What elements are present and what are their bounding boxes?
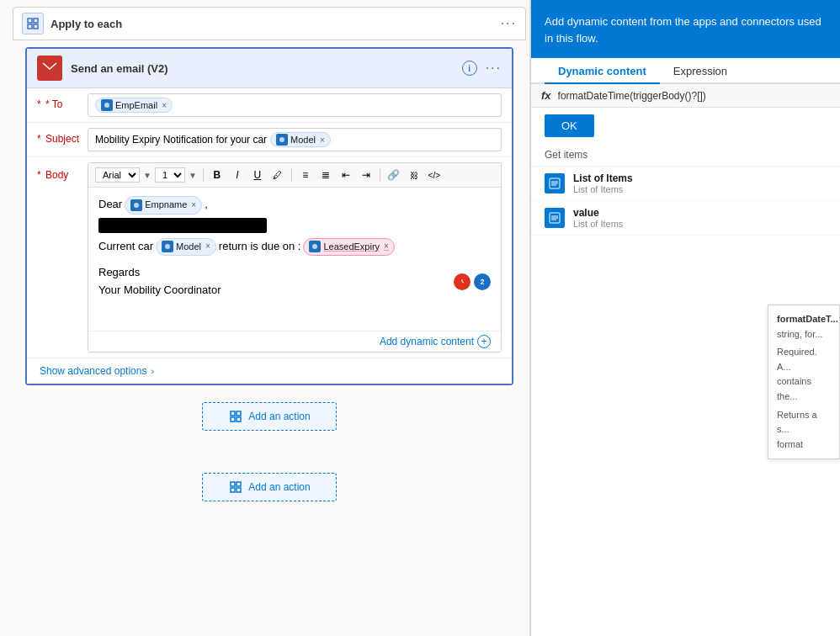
add-action-label-1: Add an action <box>248 411 310 422</box>
list-of-items-info: List of Items List of Items <box>573 172 827 194</box>
list-icon-2 <box>545 208 565 228</box>
leased-expiry-token: LeasedExpiry × <box>303 238 395 257</box>
car-model-token: Model × <box>156 238 216 257</box>
font-select[interactable]: Arial <box>95 167 140 183</box>
black-bar <box>98 218 267 233</box>
svg-point-6 <box>279 137 284 142</box>
desc-line-3: contains the... <box>777 374 831 404</box>
email-card-icons: i ··· <box>462 61 502 76</box>
indent-btn[interactable]: ⇥ <box>357 167 375 183</box>
svg-rect-13 <box>231 417 235 421</box>
apply-each-header: Apply to each ··· <box>13 7 526 40</box>
bullet-list-btn[interactable]: ≡ <box>296 167 315 183</box>
svg-rect-1 <box>34 19 38 23</box>
dear-text: Dear <box>98 196 122 214</box>
svg-rect-17 <box>231 488 235 492</box>
highlight-btn[interactable]: 🖊 <box>268 167 287 183</box>
car-model-remove[interactable]: × <box>205 240 210 253</box>
editor-area[interactable]: Dear Empname × , <box>88 188 501 331</box>
desc-line-5: format <box>777 437 831 453</box>
svg-rect-12 <box>237 411 241 416</box>
toolbar-divider-1 <box>203 168 204 182</box>
value-sub: List of Items <box>573 219 827 229</box>
email-card-title: Send an email (V2) <box>71 62 462 75</box>
dynamic-item-value[interactable]: value List of Items <box>531 201 840 236</box>
to-label: * * To <box>37 93 88 110</box>
body-label: * Body <box>37 162 88 181</box>
font-size-select[interactable]: 12 <box>155 167 185 183</box>
show-advanced-label: Show advanced options <box>40 365 146 377</box>
value-info: value List of Items <box>573 207 827 229</box>
desc-line-1: string, for... <box>777 327 831 342</box>
empname-token-remove[interactable]: × <box>191 199 196 212</box>
regards-row: Regards Your Mobility Coordinator 2 <box>98 264 491 299</box>
show-advanced-options[interactable]: Show advanced options › <box>27 358 512 384</box>
apply-each-more-btn[interactable]: ··· <box>501 16 517 31</box>
bold-btn[interactable]: B <box>208 167 226 183</box>
add-action-label-2: Add an action <box>248 481 310 493</box>
toolbar-divider-2 <box>291 168 292 182</box>
model-token-remove[interactable]: × <box>320 135 325 145</box>
underline-btn[interactable]: U <box>248 167 267 183</box>
leased-remove[interactable]: × <box>384 240 389 253</box>
svg-rect-14 <box>237 417 241 421</box>
link-btn[interactable]: 🔗 <box>385 167 403 183</box>
dynamic-item-list-of-items[interactable]: List of Items List of Items <box>531 167 840 201</box>
comment-red-dot[interactable] <box>454 273 471 290</box>
card-more-btn[interactable]: ··· <box>486 61 502 76</box>
svg-rect-15 <box>231 482 235 486</box>
formula-bar: fx <box>531 84 840 108</box>
add-action-btn-1[interactable]: Add an action <box>202 402 337 431</box>
italic-btn[interactable]: I <box>228 167 247 183</box>
model-token: Model × <box>270 132 331 147</box>
regards-text: Regards <box>98 264 221 282</box>
add-action-btn-2[interactable]: Add an action <box>202 473 337 501</box>
add-action-icon-2 <box>228 480 243 495</box>
token-icon <box>101 99 113 111</box>
size-chevron-icon: ▼ <box>189 171 197 180</box>
email-card-header: Send an email (V2) i ··· <box>27 49 512 88</box>
add-dynamic-label: Add dynamic content <box>380 336 474 347</box>
ok-button[interactable]: OK <box>545 114 594 137</box>
comment-count-badge[interactable]: 2 <box>474 273 491 290</box>
form-body: * * To EmpEmail × <box>27 88 512 384</box>
numbered-list-btn[interactable]: ≣ <box>316 167 335 183</box>
svg-point-8 <box>165 244 170 249</box>
subject-field[interactable]: Mobility Expiry Notification for your ca… <box>88 128 502 151</box>
code-btn[interactable]: </> <box>425 167 444 183</box>
fx-label: fx <box>541 89 551 102</box>
svg-rect-3 <box>34 24 38 29</box>
add-actions-area: Add an action Add an action <box>13 402 526 501</box>
desc-line-4: Returns a s... <box>777 408 831 437</box>
to-field[interactable]: EmpEmail × <box>88 93 502 117</box>
unlink-btn[interactable]: ⛓ <box>405 167 423 183</box>
desc-line-2: Required. A... <box>777 345 831 374</box>
formula-input[interactable] <box>558 90 830 102</box>
svg-rect-11 <box>231 411 235 416</box>
add-dynamic-content-link[interactable]: Add dynamic content + <box>88 331 501 352</box>
toolbar-divider-3 <box>380 168 380 182</box>
leased-token-icon <box>309 241 321 252</box>
add-action-icon-1 <box>228 409 243 424</box>
tab-dynamic-content[interactable]: Dynamic content <box>545 58 660 84</box>
tab-expression[interactable]: Expression <box>660 58 741 84</box>
list-of-items-sub: List of Items <box>573 184 827 194</box>
svg-rect-18 <box>237 488 241 492</box>
empname-token-icon <box>130 199 142 211</box>
to-row: * * To EmpEmail × <box>27 88 512 123</box>
black-bar-line <box>98 218 491 233</box>
current-car-line: Current car Model × return is due on : <box>98 238 491 257</box>
apply-each-container: Apply to each ··· Send an email (V2) i ·… <box>13 7 526 501</box>
desc-title: formatDateT... <box>777 312 831 327</box>
subject-row: * Subject Mobility Expiry Notification f… <box>27 123 512 157</box>
panel-tabs: Dynamic content Expression <box>531 58 840 84</box>
panel-header-text: Add dynamic content from the apps and co… <box>545 15 821 45</box>
svg-point-9 <box>312 244 317 249</box>
apply-each-icon <box>22 13 44 34</box>
token-remove-btn[interactable]: × <box>162 101 167 110</box>
outdent-btn[interactable]: ⇤ <box>337 167 355 183</box>
car-model-token-icon <box>162 241 173 252</box>
svg-point-5 <box>104 103 109 108</box>
panel-blue-header: Add dynamic content from the apps and co… <box>531 0 840 58</box>
info-icon[interactable]: i <box>462 61 477 76</box>
